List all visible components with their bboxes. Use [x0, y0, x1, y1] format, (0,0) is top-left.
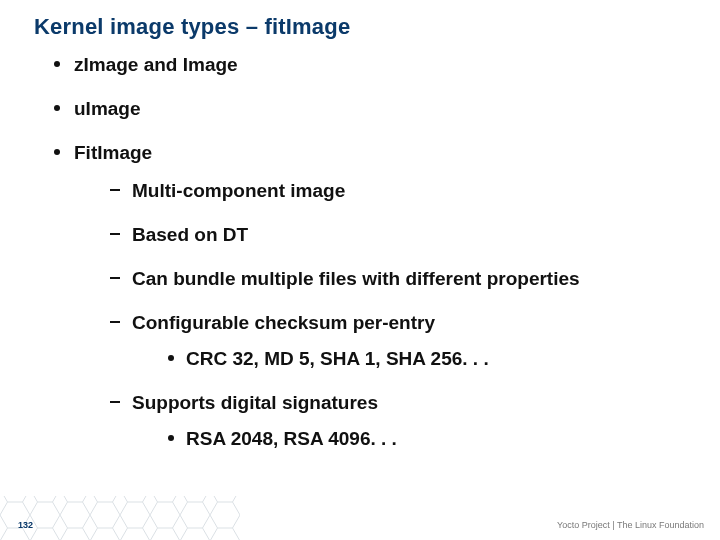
slide-footer: 132 Yocto Project | The Linux Foundation — [0, 496, 720, 540]
hex-pattern-icon — [0, 496, 720, 540]
list-item-label: Can bundle multiple files with different… — [132, 268, 580, 289]
list-item: uImage — [52, 98, 700, 120]
svg-rect-1 — [0, 496, 240, 540]
page-number: 132 — [18, 520, 33, 530]
bullet-list-level1: zImage and Image uImage FitImage Multi-c… — [34, 54, 700, 450]
list-item: Can bundle multiple files with different… — [110, 268, 700, 290]
slide: Kernel image types – fitImage zImage and… — [0, 0, 720, 540]
list-item-label: Multi-component image — [132, 180, 345, 201]
list-item-label: Based on DT — [132, 224, 248, 245]
list-item: FitImage Multi-component image Based on … — [52, 142, 700, 450]
list-item-label: FitImage — [74, 142, 152, 163]
list-item-label: Configurable checksum per-entry — [132, 312, 435, 333]
list-item-label: uImage — [74, 98, 141, 119]
footer-credit: Yocto Project | The Linux Foundation — [557, 520, 704, 530]
bullet-list-level3: CRC 32, MD 5, SHA 1, SHA 256. . . — [132, 348, 700, 370]
hex-decor-row — [0, 496, 720, 540]
list-item: Supports digital signatures RSA 2048, RS… — [110, 392, 700, 450]
list-item-label: Supports digital signatures — [132, 392, 378, 413]
list-item-label: RSA 2048, RSA 4096. . . — [186, 428, 397, 449]
bullet-list-level3: RSA 2048, RSA 4096. . . — [132, 428, 700, 450]
list-item-label: zImage and Image — [74, 54, 238, 75]
list-item-label: CRC 32, MD 5, SHA 1, SHA 256. . . — [186, 348, 489, 369]
list-item: RSA 2048, RSA 4096. . . — [166, 428, 700, 450]
list-item: zImage and Image — [52, 54, 700, 76]
page-title: Kernel image types – fitImage — [34, 14, 700, 40]
list-item: Configurable checksum per-entry CRC 32, … — [110, 312, 700, 370]
list-item: Multi-component image — [110, 180, 700, 202]
list-item: Based on DT — [110, 224, 700, 246]
bullet-list-level2: Multi-component image Based on DT Can bu… — [74, 180, 700, 450]
list-item: CRC 32, MD 5, SHA 1, SHA 256. . . — [166, 348, 700, 370]
